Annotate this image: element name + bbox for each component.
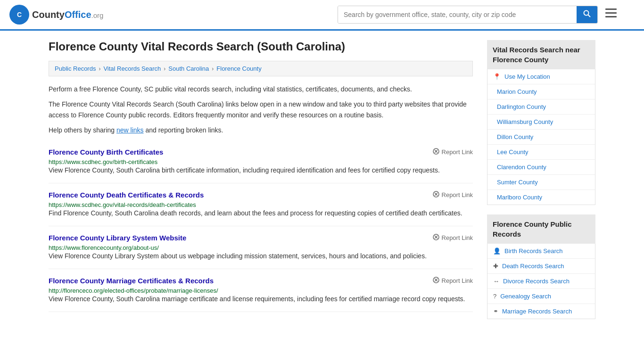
- public-records-list: 👤Birth Records Search✚Death Records Sear…: [487, 244, 595, 319]
- public-record-icon-1: ✚: [493, 263, 498, 270]
- breadcrumb-sep-1: ›: [99, 66, 100, 72]
- nearby-link-2[interactable]: Darlington County: [487, 99, 595, 114]
- public-record-icon-3: ?: [493, 293, 496, 300]
- nearby-link-6[interactable]: Clarendon County: [487, 160, 595, 174]
- record-url-3[interactable]: http://florenceco.org/elected-offices/pr…: [49, 287, 218, 294]
- public-record-link-0[interactable]: 👤Birth Records Search: [487, 244, 595, 258]
- record-title-1[interactable]: Florence County Death Certificates & Rec…: [49, 191, 204, 199]
- nearby-link-4[interactable]: Dillon County: [487, 130, 595, 144]
- public-record-icon-0: 👤: [493, 247, 501, 255]
- record-title-0[interactable]: Florence County Birth Certificates: [49, 148, 163, 156]
- nearby-link-0[interactable]: 📍Use My Location: [487, 69, 595, 84]
- logo-icon: C: [9, 5, 29, 25]
- report-icon-1: [433, 191, 439, 199]
- record-url-1[interactable]: https://www.scdhec.gov/vital-records/dea…: [49, 201, 196, 208]
- svg-point-2: [584, 11, 589, 16]
- breadcrumb-sep-2: ›: [164, 66, 165, 72]
- report-link-3[interactable]: Report Link: [433, 277, 473, 285]
- breadcrumb: Public Records › Vital Records Search › …: [49, 61, 473, 76]
- page-title: Florence County Vital Records Search (So…: [49, 40, 473, 53]
- search-box: [338, 6, 598, 24]
- logo: C CountyOffice.org: [9, 5, 103, 25]
- nearby-link-7[interactable]: Sumter County: [487, 175, 595, 189]
- breadcrumb-public-records[interactable]: Public Records: [55, 65, 96, 72]
- content-area: Florence County Vital Records Search (So…: [49, 40, 473, 329]
- record-desc-1: Find Florence County, South Carolina dea…: [49, 208, 473, 218]
- nearby-link-3[interactable]: Williamsburg County: [487, 115, 595, 129]
- description-3: Help others by sharing new links and rep…: [49, 125, 473, 135]
- records-list: Florence County Birth Certificates Repor…: [49, 140, 473, 312]
- record-desc-2: View Florence County Library System abou…: [49, 251, 473, 261]
- nearby-link-5[interactable]: Lee County: [487, 145, 595, 159]
- svg-rect-6: [605, 16, 617, 17]
- breadcrumb-vital-records[interactable]: Vital Records Search: [103, 65, 161, 72]
- record-item: Florence County Marriage Certificates & …: [49, 269, 473, 312]
- nearby-item: Lee County: [487, 145, 595, 160]
- svg-text:C: C: [17, 11, 22, 18]
- public-record-link-3[interactable]: ?Genealogy Search: [487, 289, 595, 304]
- nearby-list: 📍Use My LocationMarion CountyDarlington …: [487, 69, 595, 205]
- record-item: Florence County Birth Certificates Repor…: [49, 140, 473, 183]
- record-url-2[interactable]: https://www.florencecounty.org/about-us/: [49, 244, 159, 251]
- record-item: Florence County Library System Website R…: [49, 226, 473, 269]
- new-links-link[interactable]: new links: [116, 126, 144, 134]
- record-item: Florence County Death Certificates & Rec…: [49, 183, 473, 226]
- report-icon-3: [433, 277, 439, 285]
- search-button[interactable]: [577, 6, 597, 23]
- description-2: The Florence County Vital Records Search…: [49, 99, 473, 120]
- public-records-header: Florence County Public Records: [487, 214, 595, 244]
- public-record-item: ⚭Marriage Records Search: [487, 304, 595, 319]
- nearby-link-1[interactable]: Marion County: [487, 84, 595, 99]
- sidebar: Vital Records Search near Florence Count…: [487, 40, 595, 329]
- main-container: Florence County Vital Records Search (So…: [39, 31, 605, 338]
- public-record-item: ?Genealogy Search: [487, 289, 595, 304]
- svg-rect-4: [605, 8, 617, 10]
- record-title-3[interactable]: Florence County Marriage Certificates & …: [49, 277, 214, 285]
- report-icon-0: [433, 148, 439, 156]
- report-link-1[interactable]: Report Link: [433, 191, 473, 199]
- breadcrumb-south-carolina[interactable]: South Carolina: [168, 65, 209, 72]
- public-records-section: Florence County Public Records 👤Birth Re…: [487, 214, 595, 319]
- record-url-0[interactable]: https://www.scdhec.gov/birth-certificate…: [49, 158, 157, 165]
- nearby-item: Clarendon County: [487, 160, 595, 175]
- nearby-header: Vital Records Search near Florence Count…: [487, 40, 595, 69]
- nearby-section: Vital Records Search near Florence Count…: [487, 40, 595, 205]
- public-record-link-2[interactable]: ↔Divorce Records Search: [487, 274, 595, 288]
- svg-rect-5: [605, 12, 617, 14]
- public-record-icon-4: ⚭: [493, 308, 498, 315]
- public-record-link-4[interactable]: ⚭Marriage Records Search: [487, 304, 595, 319]
- public-record-item: 👤Birth Records Search: [487, 244, 595, 259]
- nearby-item: Darlington County: [487, 99, 595, 115]
- site-header: C CountyOffice.org: [0, 0, 644, 31]
- menu-button[interactable]: [602, 7, 620, 23]
- public-record-item: ↔Divorce Records Search: [487, 274, 595, 289]
- description-1: Perform a free Florence County, SC publi…: [49, 84, 473, 94]
- breadcrumb-florence-county[interactable]: Florence County: [216, 65, 261, 72]
- svg-line-3: [588, 15, 591, 17]
- record-desc-3: View Florence County, South Carolina mar…: [49, 294, 473, 304]
- report-icon-2: [433, 234, 439, 242]
- search-area: [338, 6, 620, 24]
- nearby-icon-0: 📍: [493, 73, 501, 80]
- record-title-2[interactable]: Florence County Library System Website: [49, 234, 186, 242]
- nearby-item: Marion County: [487, 84, 595, 99]
- nearby-item: Marlboro County: [487, 190, 595, 205]
- report-link-0[interactable]: Report Link: [433, 148, 473, 156]
- public-record-link-1[interactable]: ✚Death Records Search: [487, 259, 595, 273]
- nearby-item: 📍Use My Location: [487, 69, 595, 84]
- nearby-link-8[interactable]: Marlboro County: [487, 190, 595, 205]
- nearby-item: Williamsburg County: [487, 115, 595, 130]
- logo-text: CountyOffice.org: [32, 9, 103, 20]
- public-record-icon-2: ↔: [493, 278, 499, 285]
- public-record-item: ✚Death Records Search: [487, 259, 595, 274]
- report-link-2[interactable]: Report Link: [433, 234, 473, 242]
- search-input[interactable]: [338, 6, 577, 23]
- nearby-item: Sumter County: [487, 175, 595, 190]
- record-desc-0: View Florence County, South Carolina bir…: [49, 165, 473, 175]
- nearby-item: Dillon County: [487, 130, 595, 145]
- breadcrumb-sep-3: ›: [212, 66, 214, 72]
